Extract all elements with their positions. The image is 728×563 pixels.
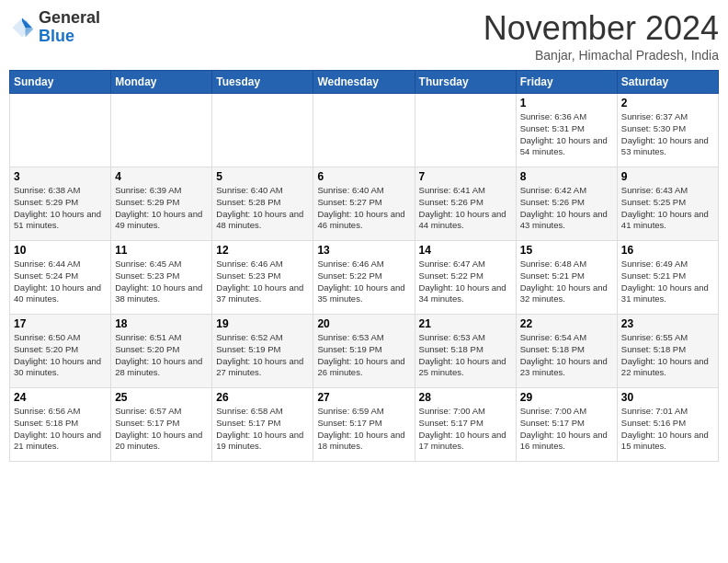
cell-details: Sunrise: 6:40 AM Sunset: 5:27 PM Dayligh… — [317, 185, 410, 232]
cell-details: Sunrise: 6:46 AM Sunset: 5:22 PM Dayligh… — [317, 259, 410, 305]
day-number: 5 — [216, 170, 309, 183]
header-day-thursday: Thursday — [415, 71, 516, 94]
logo-general-text: General — [39, 9, 100, 28]
location-text: Banjar, Himachal Pradesh, India — [483, 48, 719, 63]
calendar-cell: 15Sunrise: 6:48 AM Sunset: 5:21 PM Dayli… — [516, 241, 617, 315]
cell-details: Sunrise: 6:53 AM Sunset: 5:18 PM Dayligh… — [419, 332, 512, 379]
calendar-cell: 22Sunrise: 6:54 AM Sunset: 5:18 PM Dayli… — [516, 315, 617, 388]
calendar-cell: 17Sunrise: 6:50 AM Sunset: 5:20 PM Dayli… — [10, 315, 111, 388]
day-number: 7 — [419, 170, 512, 183]
week-row-1: 1Sunrise: 6:36 AM Sunset: 5:31 PM Daylig… — [10, 94, 719, 167]
cell-details: Sunrise: 6:58 AM Sunset: 5:17 PM Dayligh… — [216, 406, 309, 453]
week-row-5: 24Sunrise: 6:56 AM Sunset: 5:18 PM Dayli… — [10, 388, 719, 462]
day-number: 9 — [621, 170, 714, 183]
page-header: General Blue November 2024 Banjar, Himac… — [9, 9, 719, 63]
calendar-cell: 13Sunrise: 6:46 AM Sunset: 5:22 PM Dayli… — [313, 241, 415, 315]
calendar-cell: 7Sunrise: 6:41 AM Sunset: 5:26 PM Daylig… — [415, 167, 516, 241]
cell-details: Sunrise: 6:52 AM Sunset: 5:19 PM Dayligh… — [216, 332, 309, 379]
week-row-3: 10Sunrise: 6:44 AM Sunset: 5:24 PM Dayli… — [10, 241, 719, 315]
day-number: 1 — [520, 97, 613, 109]
cell-details: Sunrise: 6:50 AM Sunset: 5:20 PM Dayligh… — [14, 332, 107, 379]
day-number: 15 — [520, 244, 613, 257]
calendar-cell: 23Sunrise: 6:55 AM Sunset: 5:18 PM Dayli… — [617, 315, 718, 388]
calendar-cell: 16Sunrise: 6:49 AM Sunset: 5:21 PM Dayli… — [617, 241, 718, 315]
day-number: 23 — [621, 317, 714, 330]
calendar-cell: 5Sunrise: 6:40 AM Sunset: 5:28 PM Daylig… — [212, 167, 313, 241]
day-number: 19 — [216, 317, 309, 330]
logo-icon — [9, 15, 35, 40]
calendar-cell: 18Sunrise: 6:51 AM Sunset: 5:20 PM Dayli… — [111, 315, 212, 388]
day-number: 8 — [520, 170, 613, 183]
calendar-cell: 1Sunrise: 6:36 AM Sunset: 5:31 PM Daylig… — [516, 94, 617, 167]
calendar-cell: 14Sunrise: 6:47 AM Sunset: 5:22 PM Dayli… — [415, 241, 516, 315]
day-number: 4 — [115, 170, 208, 183]
day-number: 21 — [419, 317, 512, 330]
calendar-cell: 2Sunrise: 6:37 AM Sunset: 5:30 PM Daylig… — [617, 94, 718, 167]
cell-details: Sunrise: 6:40 AM Sunset: 5:28 PM Dayligh… — [216, 185, 309, 232]
header-row: SundayMondayTuesdayWednesdayThursdayFrid… — [10, 71, 719, 94]
svg-marker-1 — [26, 19, 34, 37]
cell-details: Sunrise: 6:59 AM Sunset: 5:17 PM Dayligh… — [317, 406, 410, 453]
cell-details: Sunrise: 6:49 AM Sunset: 5:21 PM Dayligh… — [621, 259, 714, 305]
title-block: November 2024 Banjar, Himachal Pradesh, … — [483, 9, 719, 63]
day-number: 16 — [621, 244, 714, 257]
day-number: 10 — [14, 244, 107, 257]
day-number: 18 — [115, 317, 208, 330]
cell-details: Sunrise: 6:53 AM Sunset: 5:19 PM Dayligh… — [317, 332, 410, 379]
logo-blue-text: Blue — [39, 28, 100, 46]
cell-details: Sunrise: 6:41 AM Sunset: 5:26 PM Dayligh… — [419, 185, 512, 232]
calendar-cell: 25Sunrise: 6:57 AM Sunset: 5:17 PM Dayli… — [111, 388, 212, 462]
header-day-tuesday: Tuesday — [212, 71, 313, 94]
cell-details: Sunrise: 6:46 AM Sunset: 5:23 PM Dayligh… — [216, 259, 309, 305]
cell-details: Sunrise: 6:45 AM Sunset: 5:23 PM Dayligh… — [115, 259, 208, 305]
cell-details: Sunrise: 6:47 AM Sunset: 5:22 PM Dayligh… — [419, 259, 512, 305]
calendar-cell — [313, 94, 415, 167]
day-number: 27 — [317, 391, 410, 404]
calendar-cell — [10, 94, 111, 167]
cell-details: Sunrise: 6:36 AM Sunset: 5:31 PM Dayligh… — [520, 111, 613, 158]
calendar-cell: 19Sunrise: 6:52 AM Sunset: 5:19 PM Dayli… — [212, 315, 313, 388]
cell-details: Sunrise: 6:51 AM Sunset: 5:20 PM Dayligh… — [115, 332, 208, 379]
cell-details: Sunrise: 6:42 AM Sunset: 5:26 PM Dayligh… — [520, 185, 613, 232]
header-day-monday: Monday — [111, 71, 212, 94]
cell-details: Sunrise: 7:01 AM Sunset: 5:16 PM Dayligh… — [621, 406, 714, 453]
cell-details: Sunrise: 7:00 AM Sunset: 5:17 PM Dayligh… — [419, 406, 512, 453]
day-number: 11 — [115, 244, 208, 257]
cell-details: Sunrise: 6:38 AM Sunset: 5:29 PM Dayligh… — [14, 185, 107, 232]
day-number: 22 — [520, 317, 613, 330]
calendar-cell — [111, 94, 212, 167]
header-day-friday: Friday — [516, 71, 617, 94]
day-number: 29 — [520, 391, 613, 404]
calendar-table: SundayMondayTuesdayWednesdayThursdayFrid… — [9, 70, 719, 462]
calendar-cell: 10Sunrise: 6:44 AM Sunset: 5:24 PM Dayli… — [10, 241, 111, 315]
calendar-cell: 30Sunrise: 7:01 AM Sunset: 5:16 PM Dayli… — [617, 388, 718, 462]
calendar-cell: 20Sunrise: 6:53 AM Sunset: 5:19 PM Dayli… — [313, 315, 415, 388]
calendar-body: 1Sunrise: 6:36 AM Sunset: 5:31 PM Daylig… — [10, 94, 719, 462]
calendar-cell: 28Sunrise: 7:00 AM Sunset: 5:17 PM Dayli… — [415, 388, 516, 462]
day-number: 6 — [317, 170, 410, 183]
calendar-cell: 11Sunrise: 6:45 AM Sunset: 5:23 PM Dayli… — [111, 241, 212, 315]
week-row-2: 3Sunrise: 6:38 AM Sunset: 5:29 PM Daylig… — [10, 167, 719, 241]
day-number: 13 — [317, 244, 410, 257]
calendar-cell: 6Sunrise: 6:40 AM Sunset: 5:27 PM Daylig… — [313, 167, 415, 241]
day-number: 28 — [419, 391, 512, 404]
calendar-cell: 9Sunrise: 6:43 AM Sunset: 5:25 PM Daylig… — [617, 167, 718, 241]
calendar-cell: 27Sunrise: 6:59 AM Sunset: 5:17 PM Dayli… — [313, 388, 415, 462]
cell-details: Sunrise: 7:00 AM Sunset: 5:17 PM Dayligh… — [520, 406, 613, 453]
cell-details: Sunrise: 6:54 AM Sunset: 5:18 PM Dayligh… — [520, 332, 613, 379]
calendar-cell: 12Sunrise: 6:46 AM Sunset: 5:23 PM Dayli… — [212, 241, 313, 315]
header-day-saturday: Saturday — [617, 71, 718, 94]
logo-text: General Blue — [39, 9, 100, 46]
day-number: 30 — [621, 391, 714, 404]
cell-details: Sunrise: 6:48 AM Sunset: 5:21 PM Dayligh… — [520, 259, 613, 305]
header-day-wednesday: Wednesday — [313, 71, 415, 94]
calendar-cell: 29Sunrise: 7:00 AM Sunset: 5:17 PM Dayli… — [516, 388, 617, 462]
cell-details: Sunrise: 6:39 AM Sunset: 5:29 PM Dayligh… — [115, 185, 208, 232]
day-number: 12 — [216, 244, 309, 257]
month-title: November 2024 — [483, 9, 719, 48]
day-number: 20 — [317, 317, 410, 330]
calendar-header: SundayMondayTuesdayWednesdayThursdayFrid… — [10, 71, 719, 94]
calendar-cell: 26Sunrise: 6:58 AM Sunset: 5:17 PM Dayli… — [212, 388, 313, 462]
cell-details: Sunrise: 6:56 AM Sunset: 5:18 PM Dayligh… — [14, 406, 107, 453]
calendar-cell: 21Sunrise: 6:53 AM Sunset: 5:18 PM Dayli… — [415, 315, 516, 388]
